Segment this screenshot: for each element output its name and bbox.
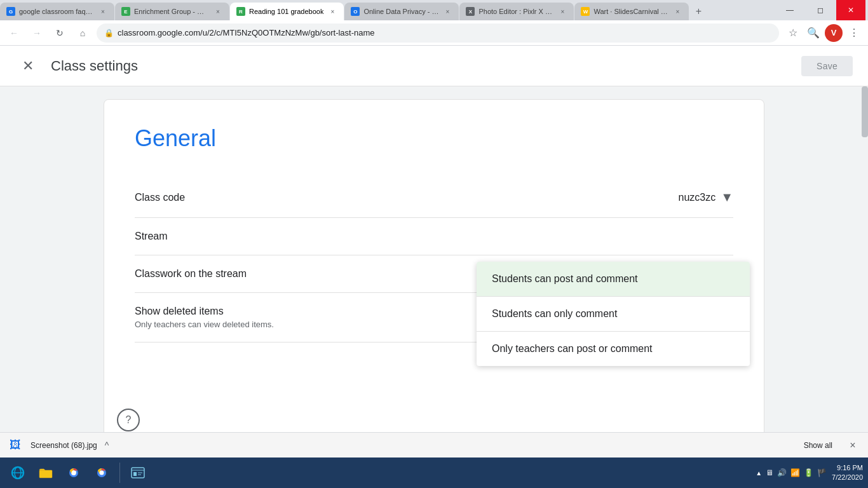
page-scrollbar-thumb[interactable] [862,86,868,137]
section-title-general: General [135,125,733,152]
stream-row: Stream [135,218,733,255]
back-button[interactable]: ← [5,24,23,42]
taskbar-browser-button[interactable] [125,460,151,485]
svg-rect-11 [133,472,137,476]
taskbar-chrome-button[interactable] [61,460,86,485]
tab-favicon-2: E [121,7,130,16]
stream-select-display[interactable] [718,231,733,241]
tab-google-classroom-faqs[interactable]: G google classroom faqs a... × [0,3,114,20]
show-all-button[interactable]: Show all [799,438,837,452]
deleted-items-label: Show deleted items Only teachers can vie… [135,306,313,329]
reload-button[interactable]: ↻ [51,24,69,42]
close-settings-button[interactable]: ✕ [15,53,41,79]
tab-close-1[interactable]: × [98,6,108,17]
tab-close-4[interactable]: × [442,6,452,17]
tray-up-arrow[interactable]: ▲ [756,470,762,477]
forward-button[interactable]: → [28,24,46,42]
tab-reading-gradebook[interactable]: R Reading 101 gradebook × [230,3,344,20]
home-button[interactable]: ⌂ [74,24,92,42]
tab-slidescarnival[interactable]: W Wart · SlidesCarnival - G... × [574,3,689,20]
browser-icon [130,465,146,480]
stream-option-only-comment[interactable]: Students can only comment [477,297,750,332]
download-filename: Screenshot (68).jpg [31,441,97,450]
tab-favicon-5: X [466,7,475,16]
svg-point-6 [72,471,76,475]
taskbar-file-explorer-button[interactable] [33,460,58,485]
tab-favicon-1: G [6,7,15,16]
address-actions: ☆ 🔍 V ⋮ [784,24,863,42]
taskbar: ▲ 🖥 🔊 📶 🔋 🏴 9:16 PM 7/22/2020 [0,458,868,488]
classwork-label: Classwork on the stream [135,268,313,280]
page-scrollbar [862,86,868,458]
app-header: ✕ Class settings Save [0,46,868,86]
ie-icon [10,465,25,480]
tab-close-3[interactable]: × [327,6,337,17]
menu-button[interactable]: ⋮ [845,24,863,42]
taskbar-separator [119,463,120,483]
new-tab-button[interactable]: + [689,3,707,20]
taskbar-chrome2-button[interactable] [89,460,114,485]
profile-avatar[interactable]: V [825,24,843,42]
volume-icon: 🔊 [777,468,787,477]
tab-title-6: Wart · SlidesCarnival - G... [593,8,668,15]
tab-favicon-4: O [351,7,360,16]
stream-option-teachers-only[interactable]: Only teachers can post or comment [477,332,750,366]
deleted-items-sublabel: Only teachers can view deleted items. [135,320,313,329]
class-code-display[interactable]: nuzc3zc ▼ [679,190,734,205]
bookmark-star-button[interactable]: ☆ [784,24,802,42]
class-code-dropdown-arrow[interactable]: ▼ [721,190,733,205]
tab-close-2[interactable]: × [213,6,223,17]
tab-enrichment-group[interactable]: E Enrichment Group - Goo... × [115,3,229,20]
zoom-button[interactable]: 🔍 [804,24,822,42]
class-code-row: Class code nuzc3zc ▼ [135,177,733,218]
network-icon: 🖥 [766,468,773,477]
tab-pixlr[interactable]: X Photo Editor : Pixlr X - fr... × [459,3,574,20]
taskbar-ie-button[interactable] [5,460,31,485]
stream-dropdown-menu: Students can post and comment Students c… [477,262,750,366]
download-chevron-icon[interactable]: ^ [105,440,109,451]
url-bar[interactable]: 🔒 classroom.google.com/u/2/c/MTI5NzQ0OTM… [97,24,779,43]
help-button[interactable]: ? [117,409,140,431]
tab-favicon-3: R [236,7,245,16]
lock-icon: 🔒 [104,29,114,37]
title-bar: G google classroom faqs a... × E Enrichm… [0,0,868,20]
flag-icon: 🏴 [817,468,827,477]
file-explorer-icon [38,465,53,480]
download-bar: 🖼 Screenshot (68).jpg ^ Show all × [0,432,868,458]
download-bar-close-button[interactable]: × [845,438,860,453]
maximize-button[interactable]: ◻ [806,0,835,20]
stream-control [313,231,733,241]
class-code-value: nuzc3zc [679,192,716,203]
close-button[interactable]: ✕ [836,0,865,20]
class-code-control: nuzc3zc ▼ [313,190,733,205]
system-clock[interactable]: 9:16 PM 7/22/2020 [832,463,863,483]
tab-online-privacy[interactable]: O Online Data Privacy - Go... × [344,3,459,20]
page-title: Class settings [51,58,791,74]
tabs-container: G google classroom faqs a... × E Enrichm… [0,0,775,20]
svg-point-8 [100,471,104,475]
download-file-icon: 🖼 [8,438,23,453]
stream-option-post-and-comment[interactable]: Students can post and comment [477,262,750,297]
url-text: classroom.google.com/u/2/c/MTI5NzQ0OTMzN… [118,28,771,37]
signal-bars-icon: 📶 [790,468,800,477]
class-code-label: Class code [135,192,313,203]
tab-title-4: Online Data Privacy - Go... [363,8,438,15]
clock-date: 7/22/2020 [832,473,863,482]
stream-label: Stream [135,231,313,242]
tab-title-5: Photo Editor : Pixlr X - fr... [478,8,553,15]
battery-icon: 🔋 [804,468,813,477]
tab-title-2: Enrichment Group - Goo... [134,8,209,15]
window-controls: ― ◻ ✕ [775,0,868,20]
tab-title-3: Reading 101 gradebook [249,8,323,15]
page-content: ✕ Class settings Save General Class code… [0,46,868,458]
svg-rect-3 [39,470,52,478]
save-button[interactable]: Save [801,56,853,76]
chrome2-icon [94,465,109,480]
clock-time: 9:16 PM [832,463,863,473]
tab-title-1: google classroom faqs a... [19,8,94,15]
tab-close-5[interactable]: × [557,6,567,17]
tab-close-6[interactable]: × [672,6,682,17]
tab-favicon-6: W [581,7,590,16]
chrome-icon [66,465,81,480]
minimize-button[interactable]: ― [775,0,804,20]
